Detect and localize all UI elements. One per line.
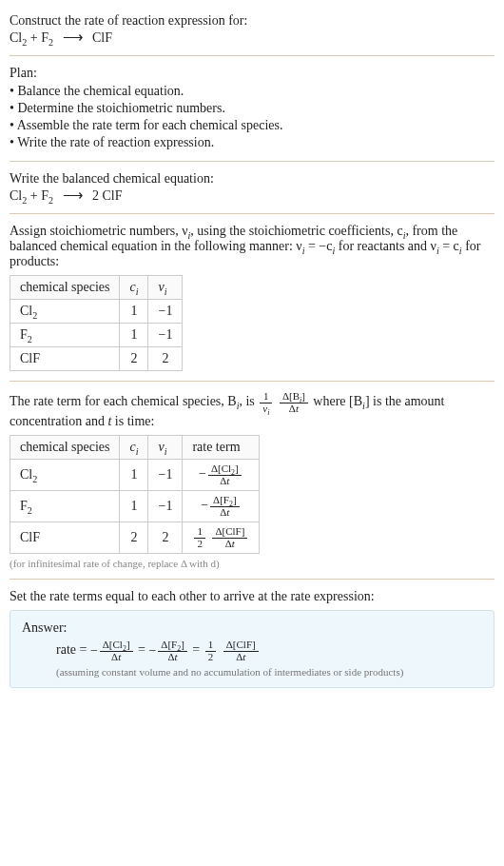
cell-species: F2 [10,324,120,347]
table-row: Cl2 1 −1 −Δ[Cl2]Δt [10,460,260,491]
balanced-section: Write the balanced chemical equation: Cl… [10,166,494,209]
coeff-2: 2 [92,188,99,203]
table-header-row: chemical species ci νi [10,276,183,300]
cell-ci: 1 [120,300,148,324]
arrow-icon: ⟶ [57,30,89,45]
stoich-table: chemical species ci νi Cl2 1 −1 F2 1 −1 … [10,275,183,371]
frac-1-over-vi: 1νi [260,391,272,414]
prompt-equation: Cl2 + F2 ⟶ ClF [10,29,494,46]
reactant-cl2: Cl2 [10,188,27,203]
text: Assign stoichiometric numbers, ν [10,224,188,238]
rateterm-table: chemical species ci νi rate term Cl2 1 −… [10,435,260,554]
plan-section: Plan: Balance the chemical equation. Det… [10,60,494,157]
table-header-row: chemical species ci νi rate term [10,436,260,460]
cell-species: Cl2 [10,300,120,324]
rateterm-intro: The rate term for each chemical species,… [10,391,494,429]
table-row: ClF 2 2 [10,347,183,371]
divider [10,213,494,214]
balanced-equation: Cl2 + F2 ⟶ 2 ClF [10,187,494,204]
arrow-icon: ⟶ [57,187,89,203]
text: = c [439,239,459,253]
cell-species: ClF [10,347,120,371]
col-species: chemical species [10,276,120,300]
cell-species: ClF [10,522,120,554]
product-clf: ClF [92,30,112,45]
cell-ci: 1 [120,460,148,491]
rateterm-section: The rate term for each chemical species,… [10,385,494,575]
cell-species: Cl2 [10,460,120,491]
reactant-f2: F2 [41,30,53,45]
text: The rate term for each chemical species,… [10,394,237,408]
plan-list: Balance the chemical equation. Determine… [10,83,494,151]
plus: + [30,30,41,45]
cell-vi: 2 [148,347,183,371]
plan-item: Write the rate of reaction expression. [10,134,494,151]
col-ci: ci [120,276,148,300]
divider [10,55,494,56]
reactant-cl2: Cl2 [10,30,27,45]
divider [10,161,494,162]
frac-dBi-dt: Δ[Bi]Δt [280,391,308,414]
table-row: F2 1 −1 −Δ[F2]Δt [10,491,260,522]
col-vi: νi [148,436,183,460]
answer-label: Answer: [22,620,482,636]
answer-note: (assuming constant volume and no accumul… [56,666,482,678]
text: where [B [313,394,362,408]
answer-box: Answer: rate = −Δ[Cl2]Δt = −Δ[F2]Δt = 12… [10,610,494,688]
col-species: chemical species [10,436,120,460]
divider [10,579,494,580]
cell-vi: −1 [148,460,183,491]
text: = −c [304,239,332,253]
text: for reactants and ν [335,239,436,253]
cell-vi: 2 [148,522,183,554]
final-section: Set the rate terms equal to each other t… [10,583,494,694]
cell-rateterm: −Δ[F2]Δt [183,491,260,522]
cell-vi: −1 [148,491,183,522]
cell-species: F2 [10,491,120,522]
cell-ci: 2 [120,522,148,554]
plan-item: Assemble the rate term for each chemical… [10,117,494,134]
cell-vi: −1 [148,324,183,347]
text: , is [239,394,258,408]
product-clf: ClF [103,188,123,203]
plan-title: Plan: [10,66,494,81]
prompt-line: Construct the rate of reaction expressio… [10,13,494,29]
stoich-section: Assign stoichiometric numbers, νi, using… [10,218,494,377]
cell-rateterm: 12 Δ[ClF]Δt [183,522,260,554]
text: is time: [111,414,154,428]
rate-expression: rate = −Δ[Cl2]Δt = −Δ[F2]Δt = 12 Δ[ClF]Δ… [56,640,482,662]
text: , using the stoichiometric coefficients,… [190,224,402,238]
plus: + [30,188,41,203]
reactant-f2: F2 [41,188,53,203]
col-ci: ci [120,436,148,460]
col-rateterm: rate term [183,436,260,460]
cell-vi: −1 [148,300,183,324]
delta-note: (for infinitesimal rate of change, repla… [10,558,494,569]
prompt-section: Construct the rate of reaction expressio… [10,8,494,51]
cell-rateterm: −Δ[Cl2]Δt [183,460,260,491]
col-vi: νi [148,276,183,300]
stoich-intro: Assign stoichiometric numbers, νi, using… [10,224,494,269]
divider [10,381,494,382]
cell-ci: 1 [120,324,148,347]
cell-ci: 1 [120,491,148,522]
table-row: ClF 2 2 12 Δ[ClF]Δt [10,522,260,554]
plan-item: Balance the chemical equation. [10,83,494,100]
balanced-title: Write the balanced chemical equation: [10,171,494,187]
table-row: Cl2 1 −1 [10,300,183,324]
final-title: Set the rate terms equal to each other t… [10,589,494,604]
cell-ci: 2 [120,347,148,371]
rate-word: rate = [56,643,90,658]
table-row: F2 1 −1 [10,324,183,347]
plan-item: Determine the stoichiometric numbers. [10,100,494,117]
